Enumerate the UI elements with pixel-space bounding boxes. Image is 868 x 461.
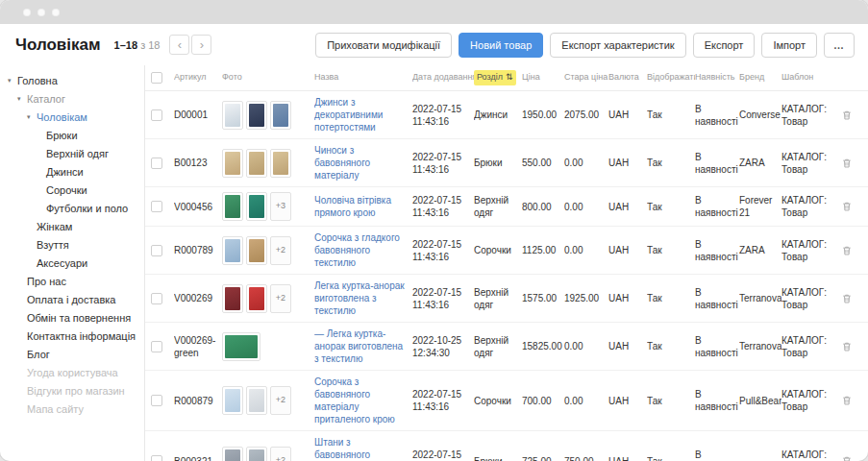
sidebar-item[interactable]: Сорочки (0, 181, 144, 199)
product-photo[interactable] (270, 101, 291, 130)
sort-icon[interactable]: ⇅ (506, 72, 513, 84)
chevron-down-icon[interactable]: ▾ (27, 113, 37, 120)
trash-icon[interactable] (841, 293, 853, 304)
trash-icon[interactable] (841, 245, 853, 256)
table-row: V000269-green— Легка куртка-анорак вигот… (145, 323, 868, 371)
trash-icon[interactable] (841, 158, 853, 169)
sidebar-item[interactable]: Брюки (0, 126, 144, 144)
sidebar-item[interactable]: Відгуки про магазин (0, 381, 144, 400)
export-characteristics-button[interactable]: Експорт характеристик (550, 33, 685, 58)
product-name-link[interactable]: Чиноси з бавовняного матеріалу (314, 145, 370, 181)
product-photo[interactable] (222, 447, 243, 461)
product-photo[interactable] (246, 386, 267, 415)
chevron-down-icon[interactable]: ▾ (17, 95, 27, 102)
product-photo[interactable] (222, 149, 243, 178)
import-button[interactable]: Імпорт (761, 33, 817, 58)
column-header-name[interactable]: Назва (314, 72, 412, 84)
window-control-dot[interactable] (52, 9, 60, 16)
sidebar-item[interactable]: ▾Каталог (0, 89, 144, 108)
column-header-photo[interactable]: Фото (222, 72, 314, 84)
next-page-button[interactable]: › (191, 35, 211, 55)
column-header-old_price[interactable]: Стара ціна (564, 72, 608, 84)
product-photo[interactable] (222, 192, 243, 221)
trash-icon[interactable] (841, 109, 853, 121)
column-header-display[interactable]: Відображати (647, 72, 695, 84)
column-header-price[interactable]: Ціна (522, 72, 564, 84)
sidebar-item[interactable]: Про нас (0, 272, 144, 290)
hide-modifications-button[interactable]: Приховати модифікації (315, 33, 452, 58)
more-photos-badge[interactable]: +2 (270, 284, 291, 313)
new-product-button[interactable]: Новий товар (459, 33, 543, 58)
product-photo[interactable] (222, 332, 260, 361)
sidebar-item[interactable]: Верхній одяг (0, 144, 144, 162)
table-row: D00001Джинси з декоративними потертостям… (145, 91, 868, 139)
product-photo[interactable] (246, 192, 267, 221)
sidebar-item[interactable]: Футболки и поло (0, 199, 144, 217)
row-checkbox[interactable] (151, 293, 162, 304)
export-button[interactable]: Експорт (693, 33, 756, 58)
column-header-section[interactable]: Розділ⇅ (474, 70, 522, 85)
sidebar-item[interactable]: Мапа сайту (0, 400, 144, 418)
window-control-dot[interactable] (37, 9, 45, 16)
product-name-link[interactable]: Джинси з декоративними потертостями (314, 97, 383, 133)
more-photos-badge[interactable]: +2 (270, 386, 291, 415)
sidebar-item[interactable]: Жінкам (0, 217, 144, 235)
column-header-availability[interactable]: Наявність (695, 72, 739, 84)
row-checkbox[interactable] (151, 245, 162, 256)
product-photo[interactable] (270, 149, 291, 178)
photos-cell: +2 (222, 386, 314, 415)
product-photo[interactable] (246, 447, 267, 461)
pagination-total: з 18 (140, 39, 160, 51)
column-header-sku[interactable]: Артикул (174, 72, 222, 84)
column-header-template[interactable]: Шаблон (781, 72, 833, 84)
column-header-date[interactable]: Дата додавання (412, 72, 474, 84)
name-cell: Чиноси з бавовняного матеріалу (314, 144, 412, 182)
sidebar-item[interactable]: Обмін та повернення (0, 308, 144, 327)
product-photo[interactable] (222, 284, 243, 313)
product-photo[interactable] (222, 236, 243, 265)
sidebar-item[interactable]: ▾Чоловікам (0, 108, 144, 126)
sidebar-item[interactable]: Угода користувача (0, 363, 144, 381)
row-checkbox[interactable] (151, 158, 162, 169)
sidebar-item[interactable]: Оплата і доставка (0, 290, 144, 308)
sidebar-item[interactable]: Аксесуари (0, 254, 144, 272)
product-name-link[interactable]: Сорочка з гладкого бавовняного текстилю (314, 232, 400, 268)
product-photo[interactable] (246, 101, 267, 130)
sidebar-item[interactable]: Контактна інформація (0, 327, 144, 345)
sidebar-item-label: Брюки (46, 130, 78, 141)
product-name-link[interactable]: Сорочка з бавовняного матеріалу притален… (314, 376, 395, 425)
sidebar-item[interactable]: Блог (0, 345, 144, 363)
product-photo[interactable] (246, 236, 267, 265)
product-photo[interactable] (246, 149, 267, 178)
row-checkbox[interactable] (151, 395, 162, 406)
trash-icon[interactable] (841, 201, 853, 212)
more-photos-badge[interactable]: +2 (270, 447, 291, 461)
chevron-down-icon[interactable]: ▾ (8, 77, 17, 84)
column-header-brand[interactable]: Бренд (739, 72, 781, 84)
product-photo[interactable] (222, 386, 243, 415)
product-name-link[interactable]: Штани з бавовняного матеріалу прямого кр… (314, 437, 398, 461)
trash-icon[interactable] (841, 341, 853, 352)
product-photo[interactable] (222, 101, 243, 130)
more-photos-badge[interactable]: +3 (270, 192, 291, 221)
sidebar-item[interactable]: Взуття (0, 235, 144, 254)
template-cell: КАТАЛОГ: Товар (781, 286, 833, 311)
trash-icon[interactable] (841, 455, 853, 461)
row-checkbox[interactable] (151, 201, 162, 212)
select-all-checkbox[interactable] (151, 72, 162, 84)
row-checkbox[interactable] (151, 109, 162, 121)
product-name-link[interactable]: Чоловіча вітрівка прямого крою (314, 195, 391, 218)
trash-icon[interactable] (841, 395, 853, 406)
product-photo[interactable] (246, 284, 267, 313)
column-header-currency[interactable]: Валюта (608, 72, 647, 84)
sidebar-item[interactable]: ▾Головна (0, 71, 144, 89)
window-control-dot[interactable] (23, 9, 31, 16)
row-checkbox[interactable] (151, 341, 162, 352)
more-photos-badge[interactable]: +2 (270, 236, 291, 265)
more-actions-button[interactable]: … (824, 33, 855, 58)
product-name-link[interactable]: — Легка куртка-анорак виготовлена з текс… (314, 328, 403, 364)
sidebar-item[interactable]: Джинси (0, 162, 144, 181)
row-checkbox[interactable] (151, 455, 162, 461)
prev-page-button[interactable]: ‹ (169, 35, 189, 55)
product-name-link[interactable]: Легка куртка-анорак виготовлена з тексти… (314, 280, 405, 316)
